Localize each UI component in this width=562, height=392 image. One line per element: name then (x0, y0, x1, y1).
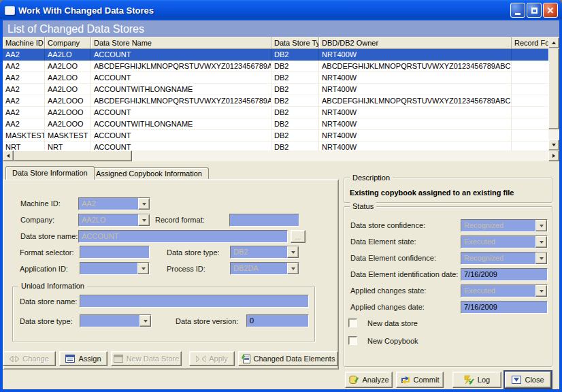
cell-type: DB2 (271, 130, 319, 142)
cell-name: ACCOUNTWITHLONGNAME (91, 118, 271, 130)
table-row[interactable]: AA2AA2LOOOABCDEFGHIJKLMNOPQRSTUVWXYZ0123… (3, 95, 548, 107)
cell-type: DB2 (271, 107, 319, 118)
client-area: List of Changed Data Stores Machine IDCo… (3, 20, 559, 389)
column-header[interactable]: Data Store Type (271, 37, 319, 49)
data-element-confidence-combo[interactable]: Recognized (461, 252, 548, 265)
table-row[interactable]: NRTNRTACCOUNTDB2NRT400W (3, 142, 548, 150)
cell-record_format (512, 130, 548, 142)
record-format-input[interactable] (229, 214, 299, 227)
arrow-up-icon (552, 39, 556, 44)
scroll-up-button[interactable] (548, 37, 559, 48)
cell-record_format (512, 84, 548, 95)
close-button[interactable]: ✕ (543, 3, 558, 18)
chevron-down-icon[interactable] (535, 236, 547, 248)
scroll-left-button[interactable] (3, 150, 14, 161)
changed-data-elements-button[interactable]: Changed Data Elements (238, 351, 338, 366)
cell-type: DB2 (271, 61, 319, 72)
cell-machine_id: AA2 (3, 107, 45, 118)
scroll-right-button[interactable] (548, 150, 559, 161)
new-data-store-checkbox[interactable] (348, 318, 357, 327)
data-store-version-label: Data store version: (176, 317, 238, 325)
cell-name: ACCOUNT (91, 130, 271, 142)
chevron-down-icon[interactable] (535, 220, 547, 231)
cell-owner: NRT400W (319, 130, 512, 142)
new-data-store-icon (114, 355, 123, 363)
close-window-button[interactable]: Close (505, 372, 551, 388)
change-button[interactable]: Change (3, 351, 56, 366)
record-format-label: Record format: (155, 216, 205, 224)
analyze-button[interactable]: Analyze (345, 372, 393, 388)
cell-company: AA2LOOO (45, 95, 91, 107)
table-row[interactable]: AA2AA2LOACCOUNTDB2NRT400W (3, 49, 548, 61)
data-store-confidence-combo[interactable]: Recognized (461, 219, 548, 232)
column-header[interactable]: Company (45, 37, 91, 49)
chevron-down-icon[interactable] (535, 252, 547, 264)
process-id-combo[interactable]: DB2DA (230, 262, 299, 275)
machine-id-combo[interactable]: AA2 (78, 197, 150, 210)
chevron-down-icon[interactable] (535, 285, 547, 297)
applied-changes-state-combo[interactable]: Executed (461, 284, 548, 297)
data-store-name-input[interactable]: ACCOUNT (78, 230, 288, 243)
data-store-type-combo[interactable]: DB2 (230, 246, 299, 259)
format-selector-label: Format selector: (20, 248, 73, 257)
grid-body: AA2AA2LOACCOUNTDB2NRT400WAA2AA2LOOABCDEF… (3, 49, 548, 150)
cell-type: DB2 (271, 72, 319, 84)
application-id-combo[interactable] (80, 262, 150, 275)
company-combo[interactable]: AA2LO (78, 214, 150, 227)
cell-type: DB2 (271, 84, 319, 95)
chevron-down-icon[interactable] (139, 315, 151, 327)
column-header[interactable]: Data Store Name (91, 37, 271, 49)
chevron-down-icon[interactable] (287, 246, 299, 258)
horizontal-scrollbar-thumb[interactable] (14, 150, 132, 161)
table-row[interactable]: AA2AA2LOOOACCOUNTDB2NRT400W (3, 107, 548, 118)
cell-name: ACCOUNT (91, 49, 271, 61)
table-row[interactable]: MASKTESTMASKTESTACCOUNTDB2NRT400W (3, 130, 548, 142)
status-legend: Status (350, 202, 376, 210)
column-header[interactable]: DBD/DB2 Owner (319, 37, 512, 49)
data-element-state-combo[interactable]: Executed (461, 235, 548, 248)
app-window: Work With Changed Data Stores ✕ List of … (0, 0, 562, 392)
cell-machine_id: NRT (3, 142, 45, 150)
maximize-button[interactable] (527, 3, 542, 18)
format-selector-input[interactable] (80, 246, 150, 259)
vertical-scrollbar-thumb[interactable] (548, 48, 559, 129)
data-store-version-input[interactable]: 0 (246, 314, 309, 327)
tab-data-store-information[interactable]: Data Store Information (5, 166, 95, 180)
chevron-down-icon[interactable] (137, 263, 149, 274)
minimize-button[interactable] (510, 3, 525, 18)
table-row[interactable]: AA2AA2LOOACCOUNTDB2NRT400W (3, 72, 548, 84)
cell-machine_id: AA2 (3, 72, 45, 84)
assign-icon (65, 355, 75, 363)
assign-button[interactable]: Assign (59, 351, 108, 366)
description-legend: Description (350, 174, 393, 182)
browse-button[interactable]: ... (291, 230, 305, 243)
new-data-store-button[interactable]: New Data Store (111, 351, 182, 366)
cell-owner: NRT400W (319, 84, 512, 95)
new-copybook-checkbox[interactable] (348, 336, 357, 345)
cell-owner: NRT400W (319, 72, 512, 84)
log-button[interactable]: Log (452, 372, 501, 388)
process-id-label: Process ID: (167, 265, 205, 273)
chevron-down-icon[interactable] (138, 214, 150, 226)
chevron-down-icon[interactable] (287, 263, 299, 274)
cell-company: MASKTEST (45, 130, 91, 142)
applied-changes-date-input[interactable]: 7/16/2009 (461, 301, 548, 314)
table-row[interactable]: AA2AA2LOOOACCOUNTWITHLONGNAMEDB2NRT400W (3, 118, 548, 130)
apply-icon (196, 356, 205, 362)
commit-button[interactable]: Commit (396, 372, 444, 388)
column-header[interactable]: Machine ID (3, 37, 45, 49)
cell-company: AA2LOOO (45, 118, 91, 130)
cell-record_format (512, 107, 548, 118)
unload-data-store-type-combo[interactable] (80, 314, 152, 327)
titlebar: Work With Changed Data Stores ✕ (0, 0, 562, 20)
table-row[interactable]: AA2AA2LOOACCOUNTWITHLONGNAMEDB2NRT400W (3, 84, 548, 95)
close-icon: ✕ (547, 6, 555, 15)
unload-data-store-name-input[interactable] (80, 295, 309, 308)
tab-assigned-copybook-information[interactable]: Assigned Copybook Information (89, 167, 209, 180)
chevron-down-icon[interactable] (138, 198, 150, 210)
column-header[interactable]: Record Format (512, 37, 548, 49)
apply-button[interactable]: Apply (189, 351, 235, 366)
table-row[interactable]: AA2AA2LOOABCDEFGHIJKLMNOPQRSTUVWXYZ01234… (3, 61, 548, 72)
data-element-identification-date-input[interactable]: 7/16/2009 (461, 268, 548, 281)
scroll-down-button[interactable] (548, 140, 559, 150)
